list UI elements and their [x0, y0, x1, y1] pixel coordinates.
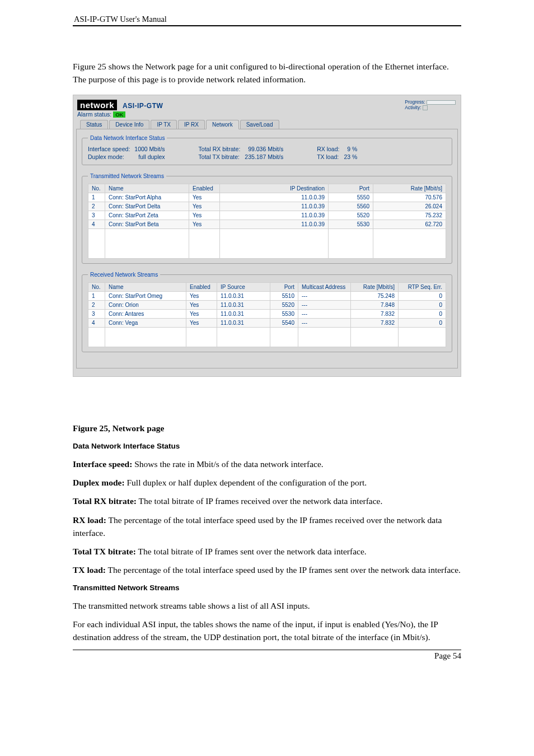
- table-cell: 2: [88, 202, 105, 211]
- table-cell: 11.0.0.31: [217, 292, 270, 301]
- tab-save-load[interactable]: Save/Load: [240, 120, 279, 129]
- rx-bitrate-label: Total RX bitrate:: [199, 146, 241, 152]
- progress-activity: Progress: Activity:: [405, 99, 456, 110]
- tab-device-info[interactable]: Device Info: [109, 120, 149, 129]
- table-cell: 1: [88, 292, 105, 301]
- desc-rx-load: The percentage of the total interface sp…: [73, 515, 442, 538]
- tab-ip-tx[interactable]: IP TX: [151, 120, 177, 129]
- table-cell: 5550: [329, 193, 373, 202]
- lead-interface-speed: Interface speed:: [73, 459, 132, 469]
- table-cell: 11.0.0.39: [220, 220, 329, 229]
- app-screenshot: network ASI-IP-GTW Progress: Activity: A…: [73, 95, 461, 377]
- tab-status[interactable]: Status: [80, 120, 108, 129]
- rx-col-port: Port: [270, 283, 298, 292]
- tab-network[interactable]: Network: [206, 120, 239, 129]
- interface-speed-label: Interface speed:: [88, 146, 130, 152]
- tx-table: No. Name Enabled IP Destination Port Rat…: [88, 184, 446, 259]
- tab-ip-rx[interactable]: IP RX: [178, 120, 205, 129]
- status-section-title: Data Network Interface Status: [88, 135, 167, 141]
- desc-status-heading: Data Network Interface Status: [73, 441, 461, 452]
- tx-bitrate-label: Total TX bitrate:: [199, 153, 241, 160]
- lead-rx-bitrate: Total RX bitrate:: [73, 496, 137, 506]
- table-cell: Conn: Antares: [105, 310, 186, 319]
- table-cell: 3: [88, 211, 105, 220]
- rx-col-src: IP Source: [217, 283, 270, 292]
- tx-bitrate-value: 235.187 Mbit/s: [245, 153, 283, 160]
- table-cell: 11.0.0.39: [220, 211, 329, 220]
- table-row: 4Conn: StarPort BetaYes11.0.0.39553062.7…: [88, 220, 446, 229]
- tx-section: Transmitted Network Streams No. Name Ena…: [82, 173, 452, 264]
- desc-tx-heading: Transmitted Network Streams: [73, 582, 461, 594]
- table-cell: 11.0.0.39: [220, 193, 329, 202]
- table-cell: 75.248: [351, 292, 399, 301]
- table-cell: Yes: [189, 193, 220, 202]
- rx-col-no: No.: [88, 283, 105, 292]
- table-cell: 11.0.0.31: [217, 301, 270, 310]
- alarm-status: Alarm status: OK: [76, 111, 458, 120]
- alarm-label: Alarm status:: [77, 111, 111, 118]
- tx-col-name: Name: [105, 184, 189, 193]
- rx-col-rate: Rate [Mbit/s]: [351, 283, 399, 292]
- table-row: 2Conn: OrionYes11.0.0.315520---7.8480: [88, 301, 446, 310]
- duplex-value: full duplex: [134, 153, 165, 160]
- table-cell: ---: [298, 292, 351, 301]
- tx-col-enabled: Enabled: [189, 184, 220, 193]
- rx-col-enabled: Enabled: [186, 283, 217, 292]
- table-cell: 11.0.0.39: [220, 202, 329, 211]
- rx-section-title: Received Network Streams: [88, 272, 160, 278]
- rx-load-label: RX load:: [317, 146, 339, 152]
- table-cell: ---: [298, 301, 351, 310]
- doc-header: ASI-IP-GTW User's Manual: [73, 15, 461, 24]
- table-cell: Conn: StarPort Zeta: [105, 211, 189, 220]
- table-cell: 0: [399, 319, 446, 328]
- table-row: 2Conn: StarPort DeltaYes11.0.0.39556026.…: [88, 202, 446, 211]
- table-cell: 75.232: [373, 211, 446, 220]
- tx-section-title: Transmitted Network Streams: [88, 173, 166, 179]
- desc-tx-p1: The transmitted network streams table sh…: [73, 599, 461, 612]
- tx-load-label: TX load:: [317, 153, 339, 160]
- description-body: Figure 25, Network page Data Network Int…: [73, 422, 461, 643]
- table-row: 3Conn: StarPort ZetaYes11.0.0.39552075.2…: [88, 211, 446, 220]
- table-row: 4Conn: VegaYes11.0.0.315540---7.8320: [88, 319, 446, 328]
- footer-rule: [73, 650, 461, 651]
- tab-bar: Status Device Info IP TX IP RX Network S…: [76, 120, 458, 129]
- tx-col-dest: IP Destination: [220, 184, 329, 193]
- desc-tx-bitrate: The total bitrate of IP frames sent over…: [136, 547, 367, 556]
- progress-bar: [427, 100, 456, 105]
- table-cell: 5510: [270, 292, 298, 301]
- header-rule: [73, 25, 461, 26]
- table-cell: Conn: StarPort Omeg: [105, 292, 186, 301]
- table-cell: Yes: [186, 292, 217, 301]
- table-cell: 4: [88, 220, 105, 229]
- table-cell: 3: [88, 310, 105, 319]
- interface-speed-value: 1000 Mbit/s: [134, 146, 165, 152]
- table-cell: Yes: [189, 220, 220, 229]
- table-cell: ---: [298, 319, 351, 328]
- duplex-label: Duplex mode:: [88, 153, 130, 160]
- table-cell: Yes: [189, 202, 220, 211]
- rx-col-err: RTP Seq. Err.: [399, 283, 446, 292]
- tx-col-rate: Rate [Mbit/s]: [373, 184, 446, 193]
- table-cell: Yes: [189, 211, 220, 220]
- lead-rx-load: RX load:: [73, 515, 106, 525]
- intro-paragraph: Figure 25 shows the Network page for a u…: [73, 60, 461, 86]
- table-cell: 0: [399, 292, 446, 301]
- table-cell: 2: [88, 301, 105, 310]
- table-cell: 0: [399, 310, 446, 319]
- rx-col-mc: Multicast Address: [298, 283, 351, 292]
- activity-indicator: [423, 105, 428, 110]
- table-cell: Yes: [186, 310, 217, 319]
- app-logo: network: [77, 100, 117, 110]
- table-cell: 26.024: [373, 202, 446, 211]
- lead-tx-bitrate: Total TX bitrate:: [73, 547, 136, 556]
- rx-section: Received Network Streams No. Name Enable…: [82, 272, 452, 352]
- table-cell: 1: [88, 193, 105, 202]
- table-cell: Conn: StarPort Delta: [105, 202, 189, 211]
- progress-label: Progress:: [405, 99, 425, 105]
- table-cell: 5520: [270, 301, 298, 310]
- desc-tx-p2: For each individual ASI input, the table…: [73, 618, 461, 644]
- rx-table: No. Name Enabled IP Source Port Multicas…: [88, 282, 446, 347]
- table-cell: 7.848: [351, 301, 399, 310]
- table-cell: 4: [88, 319, 105, 328]
- desc-tx-load: The percentage of the total interface sp…: [106, 565, 461, 575]
